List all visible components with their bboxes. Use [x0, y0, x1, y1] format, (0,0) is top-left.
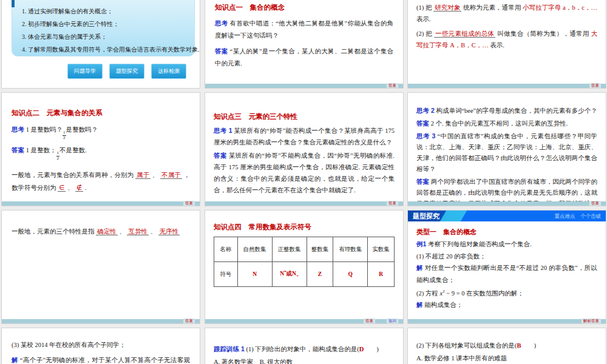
objectives-box: 1. 通过实例理解集合的有关概念； 2. 初步理解集合中元素的三个特性； 3. …: [12, 0, 195, 56]
table-header-cell: 正整数集: [272, 237, 307, 262]
fill-text: 、: [151, 228, 157, 235]
element-of-symbol: ∈: [58, 184, 66, 192]
question-2: (2) 方程: [416, 290, 440, 297]
training-label: 跟踪训练 1: [214, 345, 245, 352]
answer-text: 2 个. 集合中的元素互不相同，这叫元素的互异性.: [431, 120, 568, 127]
blank-answer: 互异性: [127, 228, 149, 235]
think-label: 思考: [12, 126, 24, 133]
table-header-cell: 实数集: [368, 237, 395, 262]
blank-answer: 研究对象: [433, 4, 461, 12]
slide-kp3-properties[interactable]: 知识点三 元素的三个特性 思考 1 某班所有的“帅哥”能否构成一个集合？某班身高…: [205, 92, 404, 206]
answer-text: “某人的舅”是一个集合，某人的大舅、二舅都是这个集合中的元素.: [215, 48, 393, 67]
slide-kp4-number-sets[interactable]: 知识点四 常用数集及表示符号 名称 自然数集 正整数集 整数集 有理数集 实数集…: [205, 210, 404, 324]
table-header-cell: 有理数集: [333, 237, 368, 262]
think-label: 思考 2: [416, 107, 435, 114]
table-row: 符号 N N*或N+ Z Q R: [214, 262, 395, 287]
answer-label: 答案: [12, 146, 24, 153]
banner-subtitle: 重点难点 个个击破: [555, 213, 602, 220]
question-text: ): [521, 342, 536, 349]
think-text: 某班所有的“帅哥”能否构成一个集合？某班身高高于 175 厘米的男生能否构成一个…: [214, 127, 395, 146]
answer-label: 答案: [215, 47, 228, 55]
symbol-reals: R: [368, 262, 395, 287]
answer-label: 答案: [214, 152, 227, 159]
solution-answer-link[interactable]: 解析答案: [582, 318, 601, 323]
objective-item: 3. 体会元素与集合的属于关系；: [22, 33, 188, 41]
blank-answer: 一些元素组成的总体: [434, 30, 495, 38]
table-row: 名称 自然数集 正整数集 整数集 有理数集 实数集: [214, 237, 395, 262]
slide-footer-bar: [205, 201, 403, 206]
solution-label: 解: [416, 264, 423, 271]
dabiao-jiance-button[interactable]: 达标检测: [151, 64, 186, 79]
question-text: (2) 下列各组对象可以组成集合的是(: [416, 342, 517, 349]
answer-link[interactable]: 答案: [387, 83, 398, 88]
slide-three-properties-fill[interactable]: 一般地，元素的三个特性是指 确定性 、 互异性 、 无序性 答案: [1, 210, 200, 324]
not-element-of-symbol: ∉: [75, 184, 83, 192]
knowledge-point-title: 知识点三 元素的三个特性: [214, 112, 395, 121]
symbol-natural: N: [237, 262, 272, 287]
box-accent-decoration: [12, 0, 15, 7]
nav-button-row: 问题导学 题型探究 达标检测: [67, 64, 186, 79]
think-text: “中国的直辖市”构成的集合中，元素包括哪些？甲同学说：北京、上海、天津、重庆；乙…: [416, 133, 597, 172]
slide-group-question2[interactable]: (2) 下列各组对象可以组成集合的是(B ) A. 数学必修 1 课本中所有的难…: [407, 328, 606, 364]
relation-text: 一般地，元素与集合的关系有两种，分别为: [12, 172, 134, 178]
banner-title: 题型探究: [413, 212, 439, 221]
type-title: 类型一 集合的概念: [416, 228, 597, 237]
knowledge-point-title: 知识点二 元素与集合的关系: [12, 109, 190, 118]
fill-text: 、: [119, 228, 126, 235]
option-a: A. 数学必修 1 课本中所有的难题: [416, 352, 597, 364]
options-ab: A. 著名数学家 B. 很大的数: [214, 356, 395, 364]
slide-footer-bar: [408, 319, 606, 323]
def-text: 表示.: [416, 16, 431, 22]
slide-think-2-3[interactable]: 思考 2 构成单词“bee”的字母形成的集合，其中的元素有多少个？ 答案 2 个…: [407, 92, 606, 206]
number-sets-table: 名称 自然数集 正整数集 整数集 有理数集 实数集 符号 N N*或N+ Z Q…: [214, 237, 395, 287]
answer-label: 答案: [416, 178, 429, 185]
example-text: 考察下列每组对象能否构成一个集合.: [428, 241, 532, 248]
question-2: − 9 = 0 在实数范围内的解；: [445, 290, 524, 297]
knowledge-point-title: 知识点一 集合的概念: [215, 3, 393, 12]
solution-text: 对任意一个实数能判断出是不是“不超过 20 的非负数”，所以能构成集合；: [416, 265, 597, 283]
slide-footer-bar: [408, 201, 606, 206]
table-header-cell: 自然数集: [237, 237, 272, 262]
tixing-tanjiu-button[interactable]: 题型探究: [109, 64, 144, 79]
answer-link[interactable]: 答案: [589, 201, 601, 206]
solution-text: “高个子”无明确的标准，对于某个人算不算高个子无法客观地判断，因此不能构成一个集…: [12, 357, 190, 364]
def-text: (1) 把: [416, 4, 432, 11]
think-text: 有首歌中唱道：“他大舅他二舅都是他舅”你能从集合的角度解读一下这句话吗？: [215, 20, 393, 39]
answer-label: 答案: [416, 120, 429, 127]
slide-kp1-concept[interactable]: 知识点一 集合的概念 思考 有首歌中唱道：“他大舅他二舅都是他舅”你能从集合的角…: [205, 0, 404, 89]
objective-item: 1. 通过实例理解集合的有关概念；: [22, 7, 188, 16]
relation-text: 、: [152, 172, 159, 178]
answer-text: 1 是整数；: [26, 147, 56, 153]
symbol-positive-integers: N*或N+: [272, 262, 307, 287]
section-banner: 题型探究 重点难点 个个击破: [408, 211, 606, 221]
table-header-cell: 整数集: [307, 237, 333, 262]
slide-example-part3[interactable]: (3) 某校 2014 年在校的所有高个子同学； 解 “高个子”无明确的标准，对…: [1, 328, 200, 364]
def-text: 叫做集合（简称为集），通常用: [497, 30, 589, 37]
answer-link[interactable]: 答案: [589, 83, 601, 88]
answer-link[interactable]: 答案: [183, 318, 195, 323]
slide-definitions[interactable]: (1) 把 研究对象 统称为元素，通常用 小写拉丁字母 a，b，c，… 表示. …: [407, 0, 606, 89]
think-label: 思考 1: [214, 127, 232, 134]
question-text: (1) 下列给出的对象中，能构成集合的是(: [246, 346, 359, 352]
blank-answer: 无序性: [158, 228, 180, 235]
wenti-daoxue-button[interactable]: 问题导学: [67, 64, 103, 79]
slide-kp2-relation[interactable]: 知识点二 元素与集合的关系 思考 1 是整数吗？12是整数吗？ 答案 1 是整数…: [1, 92, 200, 206]
return-link[interactable]: 返回: [387, 318, 398, 323]
question-text: ): [364, 346, 379, 352]
knowledge-point-title: 知识点四 常用数集及表示符号: [214, 223, 395, 232]
slide-objectives[interactable]: 1. 通过实例理解集合的有关概念； 2. 初步理解集合中元素的三个特性； 3. …: [1, 0, 200, 89]
think-text: 1 是整数吗？: [26, 126, 63, 133]
blank-answer: 不属于: [160, 172, 182, 179]
answer-link[interactable]: 答案: [387, 201, 398, 206]
slide-footer-bar: [2, 319, 200, 323]
slide-type-exploration[interactable]: 题型探究 重点难点 个个击破 类型一 集合的概念 例1 考察下列每组对象能否构成…: [407, 210, 606, 324]
answer-link[interactable]: 答案: [183, 201, 195, 206]
think-text: 构成单词“bee”的字母形成的集合，其中的元素有多少个？: [436, 107, 597, 114]
slide-follow-training[interactable]: 跟踪训练 1 (1) 下列给出的对象中，能构成集合的是(D ) A. 著名数学家…: [205, 328, 404, 364]
slide-sorter-grid: 1. 通过实例理解集合的有关概念； 2. 初步理解集合中元素的三个特性； 3. …: [0, 0, 607, 364]
blank-answer: 属于: [135, 172, 151, 179]
answer-link[interactable]: 答案: [364, 318, 375, 323]
def-text: 统称为元素，通常用: [463, 4, 521, 11]
fill-text: 一般地，元素的三个特性是指: [12, 228, 95, 235]
slide-footer-bar: [205, 84, 403, 88]
